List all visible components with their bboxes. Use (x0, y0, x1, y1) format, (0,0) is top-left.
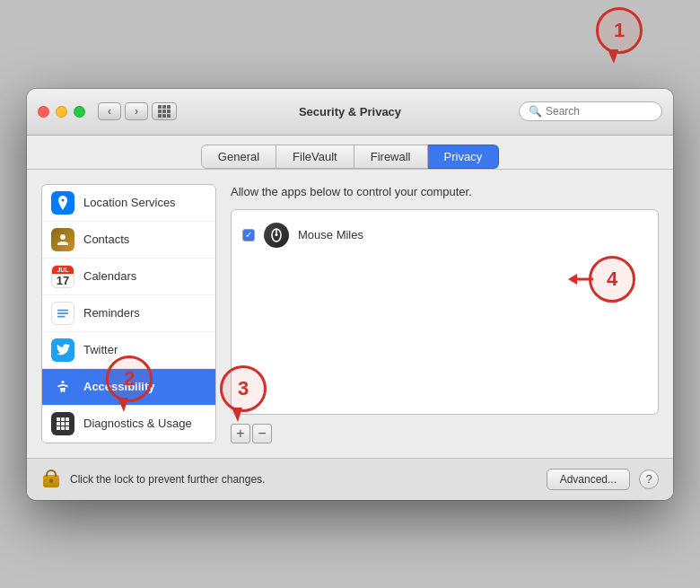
accessibility-icon (51, 375, 74, 399)
calendar-icon: JUL 17 (51, 265, 74, 288)
sidebar-label-twitter: Twitter (83, 343, 118, 356)
system-preferences-window: ‹ › Security & Privacy 🔍 General FileVau… (27, 89, 673, 500)
sidebar-label-calendars: Calendars (83, 269, 136, 283)
svg-rect-1 (57, 312, 68, 314)
svg-rect-9 (66, 422, 69, 426)
svg-rect-2 (57, 315, 66, 317)
lock-text: Click the lock to prevent further change… (70, 473, 538, 486)
svg-rect-7 (57, 422, 60, 426)
forward-button[interactable]: › (125, 102, 148, 120)
titlebar: ‹ › Security & Privacy 🔍 (27, 89, 673, 136)
sidebar: Location Services Contacts JUL 17 Calend… (41, 184, 216, 443)
nav-buttons: ‹ › (98, 102, 148, 120)
sidebar-item-diagnostics[interactable]: Diagnostics & Usage (42, 406, 215, 443)
close-button[interactable] (38, 106, 49, 118)
sidebar-label-contacts: Contacts (83, 233, 129, 246)
svg-rect-6 (66, 417, 69, 421)
reminders-icon (51, 302, 74, 325)
svg-rect-10 (57, 426, 60, 430)
search-box[interactable]: 🔍 (519, 101, 662, 121)
svg-rect-0 (57, 309, 68, 311)
tab-firewall[interactable]: Firewall (354, 145, 428, 169)
sidebar-item-accessibility[interactable]: Accessibility (42, 369, 215, 406)
lock-hole (49, 478, 53, 483)
advanced-button[interactable]: Advanced... (547, 469, 630, 490)
lock-shackle (46, 470, 57, 477)
svg-rect-8 (61, 422, 65, 426)
sidebar-item-twitter[interactable]: Twitter (42, 332, 215, 369)
right-panel: Allow the apps below to control your com… (231, 184, 659, 443)
svg-rect-5 (61, 417, 65, 421)
svg-rect-11 (61, 426, 65, 430)
sidebar-label-reminders: Reminders (83, 306, 140, 320)
sidebar-item-contacts[interactable]: Contacts (42, 222, 215, 259)
sidebar-label-location-services: Location Services (83, 196, 176, 209)
contacts-icon (51, 228, 74, 251)
sidebar-label-accessibility: Accessibility (83, 380, 155, 393)
bottom-bar: Click the lock to prevent further change… (27, 458, 673, 500)
tab-general[interactable]: General (201, 145, 276, 169)
help-button[interactable]: ? (639, 470, 659, 489)
svg-rect-12 (66, 426, 69, 430)
sidebar-label-diagnostics: Diagnostics & Usage (83, 417, 192, 430)
diagnostics-icon (51, 412, 74, 435)
app-checkbox-mouse-miles[interactable]: ✓ (242, 229, 255, 241)
app-name-mouse-miles: Mouse Miles (298, 228, 363, 241)
list-controls: + − (231, 424, 659, 443)
lock-body (43, 475, 59, 487)
sidebar-item-reminders[interactable]: Reminders (42, 295, 215, 332)
location-icon (51, 191, 74, 215)
lock-icon[interactable] (41, 468, 61, 491)
sidebar-item-location-services[interactable]: Location Services (42, 185, 215, 222)
traffic-lights (38, 106, 85, 118)
svg-rect-4 (57, 417, 60, 421)
maximize-button[interactable] (74, 106, 85, 118)
grid-icon (158, 105, 171, 118)
back-button[interactable]: ‹ (98, 102, 121, 120)
tab-filevault[interactable]: FileVault (276, 145, 354, 169)
add-button[interactable]: + (231, 424, 250, 443)
search-input[interactable] (546, 105, 653, 118)
app-row: ✓ Mouse Miles (239, 217, 651, 253)
search-icon: 🔍 (529, 105, 542, 118)
svg-point-3 (62, 381, 65, 383)
panel-description: Allow the apps below to control your com… (231, 184, 659, 200)
window-title: Security & Privacy (299, 105, 401, 118)
minimize-button[interactable] (56, 106, 67, 118)
app-list: ✓ Mouse Miles (231, 209, 659, 415)
svg-point-15 (276, 233, 278, 236)
tab-privacy[interactable]: Privacy (428, 145, 500, 169)
main-content: 2 3 Location Services (27, 170, 673, 458)
tabs-container: General FileVault Firewall Privacy (27, 136, 673, 170)
sidebar-item-calendars[interactable]: JUL 17 Calendars (42, 259, 215, 295)
remove-button[interactable]: − (252, 424, 272, 443)
grid-view-button[interactable] (152, 102, 177, 120)
twitter-icon (51, 338, 74, 362)
app-icon-mouse-miles (264, 223, 289, 248)
